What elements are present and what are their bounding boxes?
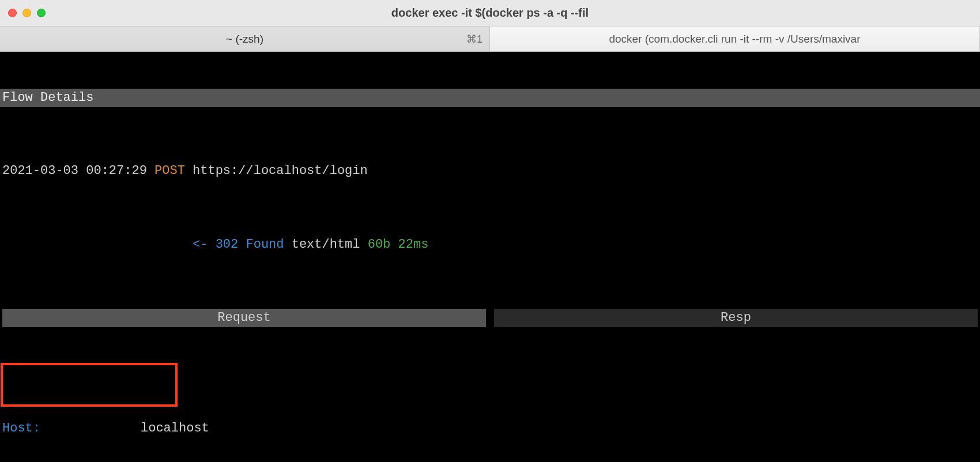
response-line: 2021-03-03 00:27:29 POST <- 302 Found te… [0, 236, 980, 254]
request-headers: Host:localhost User-Agent:Mozilla/5.0 (M… [0, 383, 980, 462]
header-key: Host: [2, 419, 141, 438]
tab-request[interactable]: Request [2, 309, 486, 327]
flow-details-header: Flow Details [0, 89, 980, 107]
terminal-content[interactable]: Flow Details 2021-03-03 00:27:29 POST ht… [0, 52, 980, 462]
header-value: localhost [141, 419, 209, 438]
request-url: https://localhost/login [193, 164, 368, 178]
tab-response[interactable]: Resp [494, 309, 978, 327]
response-content-type: text/html [292, 237, 360, 252]
request-line: 2021-03-03 00:27:29 POST https://localho… [0, 162, 980, 180]
window-titlebar: docker exec -it $(docker ps -a -q --fil [0, 0, 980, 26]
traffic-lights [8, 9, 46, 17]
terminal-tab-zsh[interactable]: ~ (-zsh) ⌘1 [0, 26, 490, 51]
header-row: Host:localhost [2, 419, 978, 438]
window-title: docker exec -it $(docker ps -a -q --fil [0, 6, 980, 20]
terminal-tab-bar: ~ (-zsh) ⌘1 docker (com.docker.cli run -… [0, 26, 980, 52]
response-latency: 22ms [398, 237, 429, 252]
maximize-window-button[interactable] [37, 9, 46, 17]
timestamp: 2021-03-03 00:27:29 [2, 164, 147, 178]
minimize-window-button[interactable] [22, 9, 31, 17]
response-arrow: <- [193, 237, 208, 252]
response-size: 60b [368, 237, 391, 252]
response-status: 302 Found [216, 237, 284, 252]
close-window-button[interactable] [8, 9, 17, 17]
tab-label: docker (com.docker.cli run -it --rm -v /… [609, 33, 860, 46]
tab-label: ~ (-zsh) [226, 33, 263, 46]
flow-tabs: Request Resp [0, 309, 980, 327]
terminal-tab-docker[interactable]: docker (com.docker.cli run -it --rm -v /… [490, 26, 980, 51]
tab-shortcut: ⌘1 [466, 33, 483, 46]
http-method: POST [154, 164, 185, 178]
